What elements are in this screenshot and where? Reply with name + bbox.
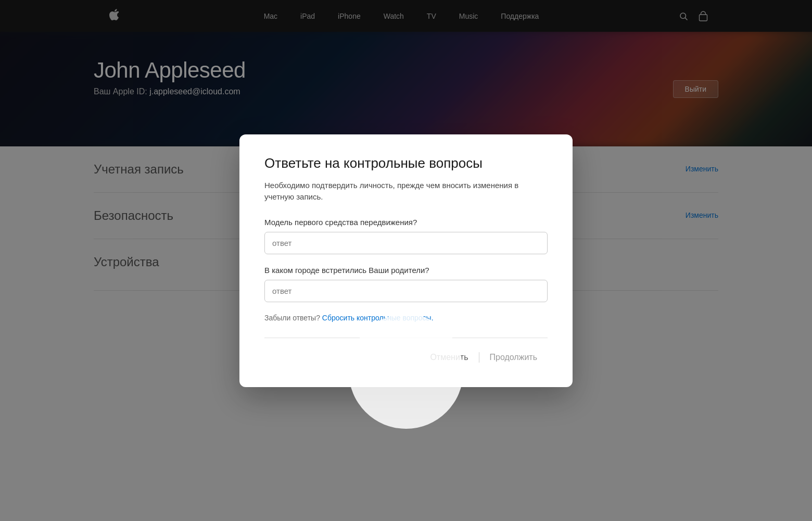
forgot-prefix: Забыли ответы?	[264, 314, 320, 322]
question1-label: Модель первого средства передвижения?	[264, 218, 548, 227]
continue-button[interactable]: Продолжить	[479, 349, 548, 366]
spotlight-effect	[349, 314, 463, 429]
answer2-input[interactable]	[264, 280, 548, 302]
answer1-input[interactable]	[264, 232, 548, 254]
reset-questions-link[interactable]: Сбросить контрольные вопросы.	[322, 314, 434, 322]
modal-footer: Отменить Продолжить	[264, 338, 548, 366]
question2-label: В каком городе встретились Ваши родители…	[264, 266, 548, 275]
cancel-button[interactable]: Отменить	[420, 349, 478, 366]
forgot-text: Забыли ответы? Сбросить контрольные вопр…	[264, 314, 548, 322]
modal-overlay: Ответьте на контрольные вопросы Необходи…	[0, 0, 812, 521]
security-questions-modal: Ответьте на контрольные вопросы Необходи…	[239, 134, 573, 387]
modal-description: Необходимо подтвердить личность, прежде …	[264, 180, 548, 203]
modal-title: Ответьте на контрольные вопросы	[264, 155, 548, 171]
